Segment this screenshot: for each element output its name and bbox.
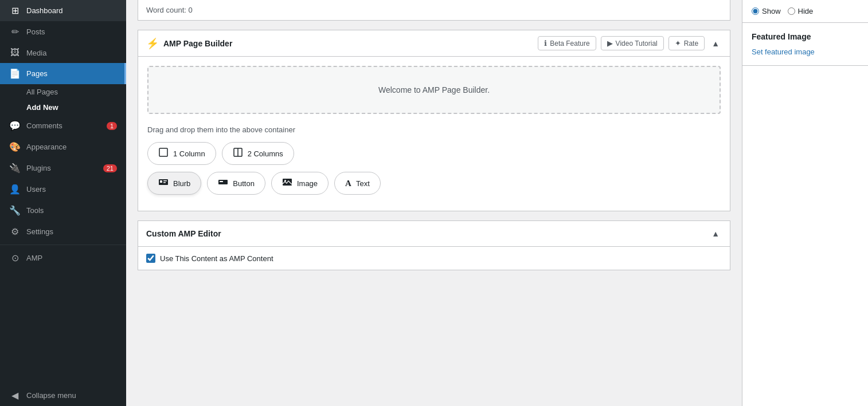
video-tutorial-label: Video Tutorial	[616, 40, 658, 48]
sidebar-label-posts: Posts	[26, 27, 45, 36]
sidebar-label-users: Users	[26, 185, 46, 194]
drop-zone-text: Welcome to AMP Page Builder.	[378, 85, 490, 94]
amp-icon: ⊙	[9, 253, 21, 263]
comments-icon: 💬	[9, 120, 21, 131]
sidebar-label-amp: AMP	[26, 254, 42, 262]
custom-amp-editor-panel: Custom AMP Editor ▲ Use This Content as …	[138, 220, 730, 270]
users-icon: 👤	[9, 184, 21, 195]
blurb-icon	[158, 177, 169, 190]
sidebar-item-posts[interactable]: ✏ Posts	[0, 21, 126, 42]
sidebar-item-pages[interactable]: 📄 Pages	[0, 63, 126, 84]
amp-content-checkbox-row: Use This Content as AMP Content	[138, 247, 730, 270]
pages-icon: 📄	[9, 68, 21, 79]
star-icon: ✦	[675, 39, 681, 48]
sidebar-item-media[interactable]: 🖼 Media	[0, 42, 126, 63]
comments-badge: 1	[107, 122, 117, 130]
text-block-icon: A	[345, 179, 351, 188]
block-button[interactable]: Button	[207, 172, 265, 195]
sidebar-label-pages: Pages	[26, 69, 48, 78]
one-col-icon	[158, 147, 169, 160]
word-count-bar: Word count: 0	[138, 0, 730, 21]
all-pages-label: All Pages	[26, 88, 58, 96]
featured-image-title: Featured Image	[752, 32, 859, 41]
block-image[interactable]: Image	[271, 172, 329, 195]
sidebar-label-tools: Tools	[26, 206, 44, 215]
show-label: Show	[762, 7, 781, 15]
amp-builder-body: Welcome to AMP Page Builder. Drag and dr…	[138, 57, 730, 211]
amp-builder-panel: ⚡ AMP Page Builder ℹ Beta Feature ▶ Vide…	[138, 30, 730, 211]
rate-label: Rate	[684, 40, 698, 48]
sidebar-item-comments[interactable]: 💬 Comments 1	[0, 115, 126, 136]
amp-builder-collapse-button[interactable]: ▲	[709, 37, 722, 50]
sidebar-sub-all-pages[interactable]: All Pages	[0, 84, 126, 100]
beta-feature-button[interactable]: ℹ Beta Feature	[538, 36, 596, 50]
show-hide-bar: Show Hide	[742, 0, 868, 23]
appearance-icon: 🎨	[9, 141, 21, 152]
svg-rect-8	[220, 181, 223, 182]
svg-rect-0	[159, 148, 167, 156]
drag-label: Drag and drop them into the above contai…	[147, 125, 721, 134]
add-new-label: Add New	[26, 103, 58, 112]
custom-amp-editor-header: Custom AMP Editor ▲	[138, 221, 730, 247]
block-1col[interactable]: 1 Column	[147, 142, 216, 165]
block-text-label: Text	[356, 179, 370, 188]
sidebar-label-media: Media	[26, 49, 46, 57]
sidebar-item-settings[interactable]: ⚙ Settings	[0, 221, 126, 242]
collapse-icon: ◀	[9, 390, 21, 401]
right-sidebar: Show Hide Featured Image Set featured im…	[742, 0, 868, 406]
media-icon: 🖼	[9, 48, 21, 58]
show-radio[interactable]	[752, 7, 759, 15]
hide-radio-option[interactable]: Hide	[788, 7, 814, 15]
amp-content-label: Use This Content as AMP Content	[160, 254, 273, 263]
beta-feature-label: Beta Feature	[550, 40, 589, 48]
set-featured-image-link[interactable]: Set featured image	[752, 48, 815, 56]
word-count-text: Word count: 0	[146, 6, 193, 14]
sidebar-collapse[interactable]: ◀ Collapse menu	[0, 385, 126, 406]
block-blurb-label: Blurb	[173, 179, 190, 188]
hide-label: Hide	[798, 7, 814, 15]
amp-content-checkbox[interactable]	[146, 254, 155, 263]
svg-rect-4	[160, 180, 162, 183]
plugins-icon: 🔌	[9, 163, 21, 174]
sidebar-label-dashboard: Dashboard	[26, 6, 63, 15]
dashboard-icon: ⊞	[9, 5, 21, 16]
two-col-icon	[233, 147, 243, 160]
sidebar-sub-add-new[interactable]: Add New	[0, 100, 126, 115]
block-button-label: Button	[233, 179, 255, 188]
chevron-up-icon-2: ▲	[711, 229, 720, 238]
amp-drop-zone[interactable]: Welcome to AMP Page Builder.	[147, 66, 721, 114]
tools-icon: 🔧	[9, 205, 21, 216]
featured-image-section: Featured Image Set featured image	[742, 23, 868, 66]
sidebar-item-appearance[interactable]: 🎨 Appearance	[0, 136, 126, 157]
custom-amp-editor-title: Custom AMP Editor	[146, 229, 709, 238]
hide-radio[interactable]	[788, 7, 795, 15]
custom-amp-editor-collapse-button[interactable]: ▲	[709, 227, 722, 241]
rate-button[interactable]: ✦ Rate	[668, 36, 705, 50]
sidebar-item-plugins[interactable]: 🔌 Plugins 21	[0, 157, 126, 179]
sidebar-item-dashboard[interactable]: ⊞ Dashboard	[0, 0, 126, 21]
sidebar-divider	[0, 245, 126, 245]
image-block-icon	[282, 177, 292, 190]
amp-builder-title: AMP Page Builder	[163, 39, 533, 48]
sidebar-item-users[interactable]: 👤 Users	[0, 179, 126, 200]
sidebar-label-settings: Settings	[26, 227, 53, 236]
svg-rect-7	[218, 180, 228, 184]
block-blurb[interactable]: Blurb	[147, 172, 201, 195]
svg-rect-6	[163, 182, 166, 183]
block-2col[interactable]: 2 Columns	[222, 142, 294, 165]
sidebar-item-tools[interactable]: 🔧 Tools	[0, 200, 126, 221]
video-tutorial-button[interactable]: ▶ Video Tutorial	[601, 36, 664, 50]
main-area: Word count: 0 ⚡ AMP Page Builder ℹ Beta …	[126, 0, 868, 406]
show-hide-radio-group: Show Hide	[752, 7, 813, 15]
svg-rect-5	[163, 180, 167, 182]
layout-blocks-row: 1 Column 2 Columns	[147, 142, 721, 165]
plugins-badge: 21	[103, 164, 117, 172]
play-icon: ▶	[607, 39, 613, 48]
sidebar-item-amp[interactable]: ⊙ AMP	[0, 247, 126, 269]
chevron-up-icon: ▲	[711, 39, 720, 48]
show-radio-option[interactable]: Show	[752, 7, 781, 15]
amp-builder-icon: ⚡	[146, 37, 159, 50]
button-icon	[218, 177, 228, 190]
block-text[interactable]: A Text	[334, 172, 381, 195]
sidebar-label-appearance: Appearance	[26, 143, 67, 151]
